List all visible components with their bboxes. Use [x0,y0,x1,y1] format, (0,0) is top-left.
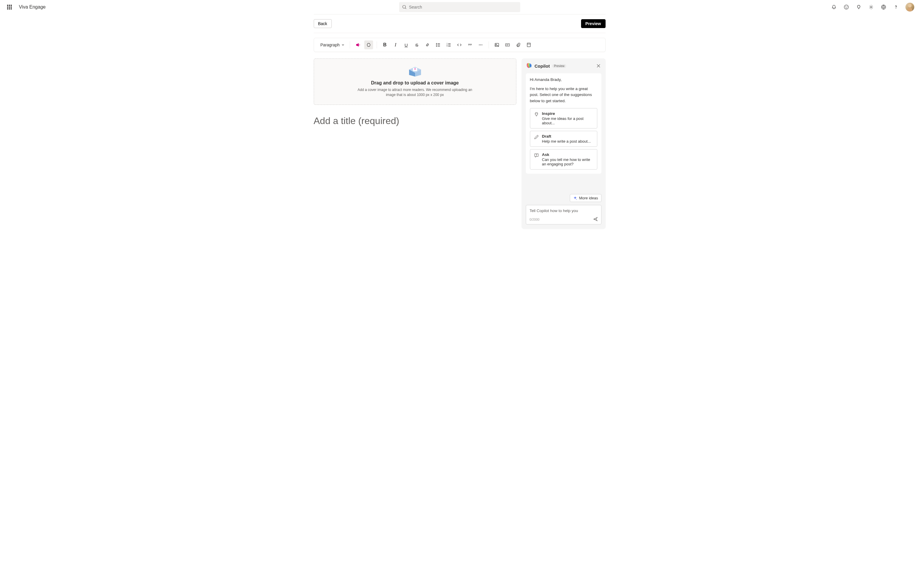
cover-title: Drag and drop to upload a cover image [320,80,510,86]
code-button[interactable] [455,40,464,49]
bullet-list-button[interactable] [434,40,443,49]
more-ideas-label: More ideas [579,196,598,200]
search-icon [402,5,407,10]
send-button[interactable] [593,216,598,222]
paragraph-style-label: Paragraph [320,42,340,47]
copilot-greeting: Hi Amanda Brady, [530,78,597,82]
italic-button[interactable]: I [391,40,400,49]
svg-point-8 [436,45,437,45]
copilot-intro: I'm here to help you write a great post.… [530,86,597,104]
cover-upload-zone[interactable]: Drag and drop to upload a cover image Ad… [314,58,516,105]
svg-point-0 [403,5,405,8]
svg-point-9 [436,46,437,47]
svg-point-14 [480,45,481,45]
divider [314,33,606,33]
help-icon[interactable] [893,4,899,10]
divider [314,14,606,15]
attachment-button[interactable] [514,40,523,49]
bold-button[interactable]: B [381,40,389,49]
waffle-icon [7,5,12,10]
back-button[interactable]: Back [314,19,332,28]
copilot-header: Copilot Preview [526,63,601,69]
divider [350,41,350,48]
suggestion-desc: Give me ideas for a post about... [542,116,593,125]
underline-button[interactable]: U [402,40,410,49]
globe-icon[interactable] [880,4,887,10]
cover-subtitle: Add a cover image to attract more reader… [356,87,474,97]
svg-point-15 [481,45,482,45]
settings-icon[interactable] [868,4,874,10]
svg-point-4 [871,6,872,8]
quote-button[interactable] [465,40,475,49]
copilot-badge: Preview [552,64,566,68]
svg-point-13 [479,45,480,45]
notifications-icon[interactable] [831,4,837,10]
svg-point-2 [845,6,846,7]
more-options-button[interactable] [476,40,485,49]
copilot-toolbar-icon[interactable] [364,40,373,49]
strikethrough-button[interactable]: S [412,40,421,49]
announcement-icon[interactable] [354,40,362,49]
pen-icon [534,134,539,140]
search-box[interactable] [399,2,520,12]
divider [376,41,377,48]
copilot-title: Copilot [535,63,550,68]
title-input[interactable] [314,115,516,126]
search-input[interactable] [409,5,517,10]
chat-question-icon [534,153,539,158]
suggestion-ask[interactable]: Ask Can you tell me how to write an enga… [530,149,597,170]
app-launcher-button[interactable] [5,2,14,12]
suggestion-desc: Can you tell me how to write an engaging… [542,157,593,166]
header: Viva Engage [0,0,919,14]
suggestion-inspire[interactable]: Inspire Give me ideas for a post about..… [530,108,597,128]
lightbulb-icon [534,111,539,117]
paragraph-style-dropdown[interactable]: Paragraph [319,41,346,48]
gif-button[interactable]: GIF [503,40,512,49]
avatar[interactable] [905,3,914,11]
char-count: 0/2000 [530,218,598,221]
suggestion-desc: Help me write a post about... [542,139,593,144]
svg-rect-20 [527,43,530,47]
svg-rect-21 [413,68,417,71]
svg-point-7 [436,44,437,44]
upload-illustration-icon [407,65,423,77]
svg-point-1 [844,5,848,9]
action-row: Back Preview [314,19,606,28]
sparkle-icon [573,196,577,200]
emoji-icon[interactable] [843,4,849,10]
toolbar: Paragraph B I U S [314,38,606,52]
copilot-logo-icon [526,63,532,69]
suggestion-title: Inspire [542,111,593,116]
chevron-down-icon [341,44,344,46]
ideas-icon[interactable] [856,4,862,10]
copilot-input-box: 0/2000 [526,205,601,225]
image-button[interactable] [493,40,501,49]
suggestion-title: Draft [542,134,593,139]
svg-point-3 [847,6,847,7]
copilot-text-input[interactable] [530,208,598,213]
close-icon [596,64,601,68]
svg-text:3: 3 [447,45,447,47]
search-container [399,2,520,12]
header-actions [831,3,914,11]
numbered-list-button[interactable]: 123 [444,40,453,49]
svg-point-17 [496,44,496,45]
copilot-panel: Copilot Preview Hi Amanda Brady, I'm her… [522,58,606,229]
preview-button[interactable]: Preview [581,19,606,28]
editor-main: Drag and drop to upload a cover image Ad… [314,58,516,126]
copilot-message-card: Hi Amanda Brady, I'm here to help you wr… [526,73,601,174]
suggestion-title: Ask [542,152,593,157]
link-button[interactable] [423,40,432,49]
svg-text:GIF: GIF [506,44,509,46]
more-ideas-button[interactable]: More ideas [570,194,601,202]
suggestion-draft[interactable]: Draft Help me write a post about... [530,131,597,147]
app-title: Viva Engage [19,5,45,10]
divider-button[interactable] [524,40,533,49]
close-button[interactable] [596,63,601,69]
